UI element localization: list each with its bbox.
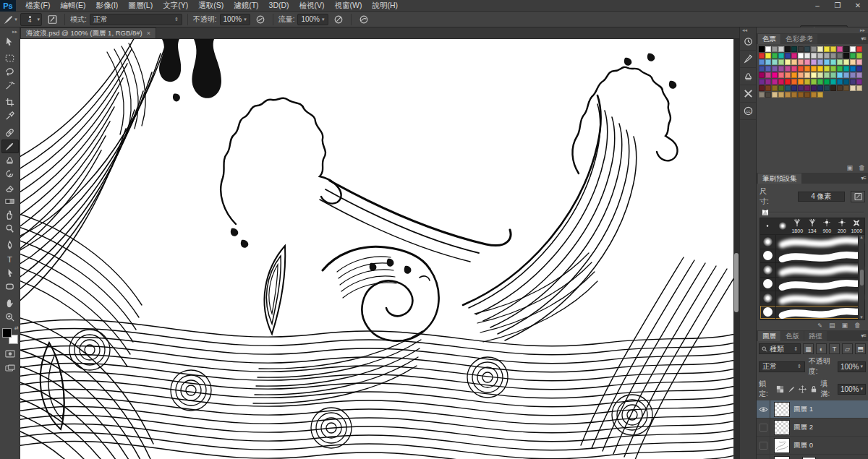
- path-selection-tool[interactable]: [1, 266, 19, 280]
- layer-mask-thumbnail[interactable]: [802, 457, 816, 459]
- color-swatch[interactable]: [765, 66, 771, 72]
- brush-tool[interactable]: [1, 140, 19, 153]
- color-swatch[interactable]: [850, 46, 856, 52]
- color-swatch[interactable]: [830, 46, 836, 52]
- color-swatch[interactable]: [765, 53, 771, 59]
- visibility-toggle[interactable]: [757, 400, 770, 418]
- color-swatch[interactable]: [785, 59, 791, 65]
- lasso-tool[interactable]: [1, 65, 19, 79]
- menu-10[interactable]: 視窗(W): [330, 1, 367, 11]
- color-swatch[interactable]: [817, 46, 823, 52]
- color-swatch[interactable]: [785, 72, 791, 78]
- blend-mode-select[interactable]: 正常 ⇕: [90, 14, 182, 25]
- color-swatch[interactable]: [843, 66, 849, 72]
- color-swatch[interactable]: [811, 85, 817, 91]
- color-swatch[interactable]: [811, 66, 817, 72]
- scroll-down-icon[interactable]: ▼: [859, 315, 864, 319]
- color-swatch[interactable]: [759, 59, 765, 65]
- move-tool[interactable]: [1, 35, 19, 48]
- smudge-tool[interactable]: [1, 208, 19, 222]
- color-swatch[interactable]: [798, 72, 804, 78]
- menu-2[interactable]: 編輯(E): [55, 1, 90, 11]
- color-swatch[interactable]: [856, 59, 862, 65]
- color-swatch[interactable]: [778, 59, 784, 65]
- menu-9[interactable]: 檢視(V): [294, 1, 330, 11]
- color-swatch[interactable]: [765, 79, 771, 85]
- color-swatch[interactable]: [798, 59, 804, 65]
- panel-button-creative-cloud[interactable]: cc: [740, 103, 756, 120]
- color-swatch[interactable]: [824, 79, 830, 85]
- color-swatch[interactable]: [759, 53, 765, 59]
- color-swatch[interactable]: [785, 66, 791, 72]
- lock-all-icon[interactable]: [809, 384, 819, 394]
- color-swatch[interactable]: [817, 72, 823, 78]
- menu-3[interactable]: 影像(I): [90, 1, 123, 11]
- brush-preset-900[interactable]: 900: [820, 218, 835, 234]
- color-swatch[interactable]: [811, 79, 817, 85]
- layer-fill-input[interactable]: 100% ▾: [838, 384, 866, 395]
- color-swatch[interactable]: [798, 46, 804, 52]
- shape-tool[interactable]: [1, 280, 19, 293]
- panel-button-brush-settings[interactable]: [740, 51, 756, 68]
- color-swatch[interactable]: [772, 72, 778, 78]
- blend-mode-select[interactable]: 正常 ⇕: [759, 361, 805, 372]
- color-swatch[interactable]: [856, 72, 862, 78]
- color-swatch[interactable]: [817, 66, 823, 72]
- dodge-tool[interactable]: [1, 222, 19, 236]
- color-swatch[interactable]: [759, 46, 765, 52]
- brush-preset-1000[interactable]: 1000: [849, 218, 864, 234]
- color-swatch[interactable]: [824, 59, 830, 65]
- color-swatch[interactable]: [785, 85, 791, 91]
- color-swatch[interactable]: [791, 46, 797, 52]
- zoom-tool[interactable]: [1, 310, 19, 324]
- color-swatch[interactable]: [791, 66, 797, 72]
- layer-thumbnail[interactable]: [774, 438, 790, 453]
- filter-shape-layers-icon[interactable]: ▱: [842, 343, 853, 354]
- pressure-size-button[interactable]: [357, 13, 371, 26]
- color-swatch[interactable]: [824, 72, 830, 78]
- brush-preset-dot[interactable]: [760, 218, 775, 234]
- panel-menu-icon[interactable]: ▾≡: [861, 175, 866, 181]
- color-swatch[interactable]: [837, 46, 843, 52]
- color-swatch[interactable]: [798, 92, 804, 98]
- history-brush-tool[interactable]: [1, 167, 19, 181]
- menu-8[interactable]: 3D(D): [264, 1, 294, 11]
- color-swatch[interactable]: [843, 59, 849, 65]
- flow-input[interactable]: 100% ▾: [297, 14, 328, 25]
- document-tab[interactable]: 海波浪.psd @ 100% (圖層 1, RGB/8#) ×: [20, 27, 156, 38]
- open-preset-manager-icon[interactable]: ▤: [829, 322, 835, 329]
- visibility-toggle[interactable]: [757, 455, 770, 459]
- color-swatch[interactable]: [824, 46, 830, 52]
- color-swatch[interactable]: [759, 66, 765, 72]
- color-swatch[interactable]: [765, 59, 771, 65]
- color-swatch[interactable]: [850, 79, 856, 85]
- color-swatch[interactable]: [778, 46, 784, 52]
- color-swatch[interactable]: [759, 85, 765, 91]
- tab-layers[interactable]: 圖層: [758, 331, 780, 341]
- color-swatch[interactable]: [811, 72, 817, 78]
- color-swatch[interactable]: [843, 72, 849, 78]
- color-swatch[interactable]: [798, 85, 804, 91]
- color-swatch[interactable]: [778, 53, 784, 59]
- brush-preset-200[interactable]: 200: [835, 218, 850, 234]
- brush-tool-icon[interactable]: ▾: [3, 13, 17, 26]
- layer-filter-select[interactable]: 種類 ⇕: [759, 343, 801, 354]
- expand-dock-icon[interactable]: ◂◂: [742, 27, 747, 33]
- color-swatch[interactable]: [811, 53, 817, 59]
- color-swatch[interactable]: [856, 46, 862, 52]
- airbrush-icon[interactable]: ✎: [817, 322, 822, 329]
- scrollbar-thumb[interactable]: [860, 270, 864, 286]
- color-swatch[interactable]: [804, 59, 810, 65]
- color-swatch[interactable]: [804, 53, 810, 59]
- color-swatch[interactable]: [850, 66, 856, 72]
- color-swatch[interactable]: [817, 85, 823, 91]
- vertical-scrollbar[interactable]: [733, 39, 739, 459]
- color-swatch[interactable]: [843, 46, 849, 52]
- color-swatch[interactable]: [830, 85, 836, 91]
- visibility-toggle[interactable]: [757, 437, 770, 454]
- color-swatch[interactable]: [759, 92, 765, 98]
- hand-tool[interactable]: [1, 296, 19, 310]
- toggle-brush-panel-button[interactable]: [851, 191, 865, 202]
- color-swatch[interactable]: [772, 66, 778, 72]
- layer-row[interactable]: 色彩填色 1: [757, 455, 868, 459]
